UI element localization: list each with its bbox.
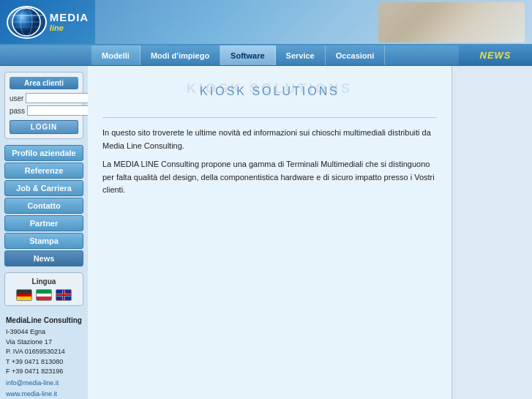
sidebar-item-news[interactable]: News <box>4 250 83 266</box>
pass-row: pass <box>10 105 78 116</box>
sidebar: Area clienti user pass LOGIN Profilo azi… <box>0 66 88 399</box>
address1: I-39044 Egna <box>6 327 82 338</box>
address2: Via Stazione 17 <box>6 338 82 348</box>
flag-uk[interactable] <box>56 289 72 301</box>
company-name: MediaLine Consulting <box>6 315 82 326</box>
flag-italian[interactable] <box>36 289 52 301</box>
fax: F +39 0471 823196 <box>6 367 82 377</box>
nav-tab-occasioni[interactable]: Occasioni <box>326 45 386 65</box>
website1-link[interactable]: www.media-line.it <box>6 389 82 399</box>
main-content: KIOSK SOLUTIONS KIOSK SOLUTIONS In quest… <box>88 66 452 399</box>
header-decorative-image <box>378 2 525 42</box>
flag-german[interactable] <box>16 289 32 301</box>
contact-info: MediaLine Consulting I-39044 Egna Via St… <box>4 312 83 399</box>
kiosk-title-main: KIOSK SOLUTIONS <box>200 85 340 98</box>
kiosk-heading: KIOSK SOLUTIONS KIOSK SOLUTIONS <box>102 77 437 106</box>
logo-globe <box>7 6 47 39</box>
header-image-area <box>95 0 532 44</box>
nav-tab-software[interactable]: Software <box>220 45 275 65</box>
piva: P. IVA 01659530214 <box>6 347 82 357</box>
logo-line-text: line <box>50 23 89 32</box>
news-panel <box>452 66 532 399</box>
page-layout: Area clienti user pass LOGIN Profilo azi… <box>0 66 532 399</box>
nav-tab-service[interactable]: Service <box>276 45 326 65</box>
lingua-label: Lingua <box>10 277 78 286</box>
login-button[interactable]: LOGIN <box>10 120 78 134</box>
logo-media-text: MEDIA <box>50 12 89 24</box>
sidebar-item-profilo[interactable]: Profilo aziendale <box>4 145 83 161</box>
area-clienti-label: Area clienti <box>10 77 78 89</box>
nav-tab-modi[interactable]: Modi d'impiego <box>141 45 220 65</box>
user-label: user <box>10 94 23 102</box>
kiosk-title-wrap: KIOSK SOLUTIONS KIOSK SOLUTIONS <box>102 77 437 106</box>
nav-news-label: NEWS <box>480 50 512 61</box>
language-flags <box>10 289 78 301</box>
content-text: In questo sito troverete le ultime novit… <box>102 127 437 197</box>
login-box: Area clienti user pass LOGIN <box>4 72 83 139</box>
logo-area: MEDIA line <box>0 0 95 44</box>
navigation-bar: Modelli Modi d'impiego Software Service … <box>0 45 532 66</box>
nav-tab-modelli[interactable]: Modelli <box>91 45 141 65</box>
content-divider <box>102 117 437 118</box>
language-box: Lingua <box>4 272 83 306</box>
nav-news[interactable]: NEWS <box>459 45 532 65</box>
pass-label: pass <box>10 107 25 115</box>
sidebar-item-job[interactable]: Job & Carriera <box>4 180 83 196</box>
tel: T +39 0471 813080 <box>6 357 82 368</box>
paragraph2: La MEDIA LINE Consulting propone una gam… <box>102 158 437 197</box>
sidebar-item-contatto[interactable]: Contatto <box>4 198 83 214</box>
sidebar-item-partner[interactable]: Partner <box>4 215 83 231</box>
paragraph1: In questo sito troverete le ultime novit… <box>102 127 437 152</box>
header: MEDIA line <box>0 0 532 45</box>
user-row: user <box>10 93 78 103</box>
sidebar-item-referenze[interactable]: Referenze <box>4 163 83 179</box>
sidebar-item-stampa[interactable]: Stampa <box>4 233 83 249</box>
email-link[interactable]: info@media-line.it <box>6 379 82 389</box>
